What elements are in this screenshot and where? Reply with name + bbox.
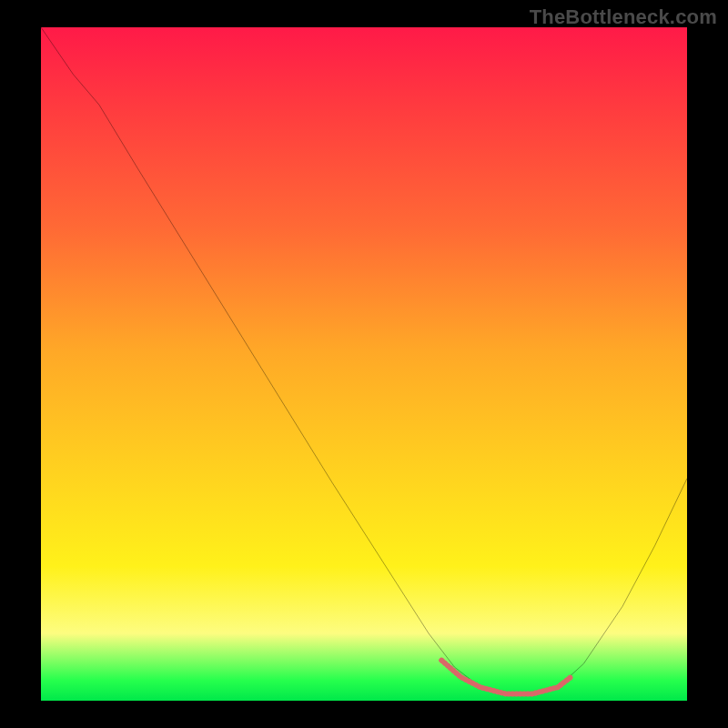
chart-frame: TheBottleneck.com (0, 0, 728, 728)
plot-area (41, 27, 687, 701)
gradient-background (41, 27, 687, 701)
watermark-text: TheBottleneck.com (530, 5, 717, 29)
